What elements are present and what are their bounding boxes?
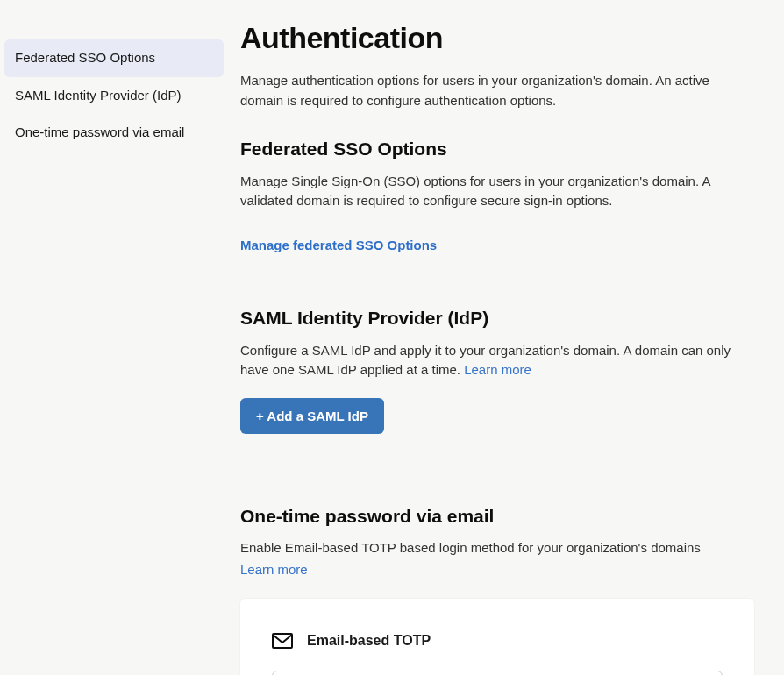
main-content: Authentication Manage authentication opt…: [228, 0, 780, 675]
sidebar-item-otp-email[interactable]: One-time password via email: [4, 114, 224, 152]
section-otp-email: One-time password via email Enable Email…: [240, 502, 754, 676]
section-desc-saml: Configure a SAML IdP and apply it to you…: [240, 341, 754, 380]
sidebar-item-label: Federated SSO Options: [15, 50, 155, 65]
section-saml-idp: SAML Identity Provider (IdP) Configure a…: [240, 304, 754, 434]
section-title-saml: SAML Identity Provider (IdP): [240, 304, 754, 332]
section-desc-sso: Manage Single Sign-On (SSO) options for …: [240, 172, 754, 211]
domain-select[interactable]: No domains found: [272, 671, 723, 675]
add-saml-idp-button[interactable]: + Add a SAML IdP: [240, 398, 384, 434]
section-title-otp: One-time password via email: [240, 502, 754, 530]
manage-sso-link[interactable]: Manage federated SSO Options: [240, 236, 437, 256]
section-desc-otp: Enable Email-based TOTP based login meth…: [240, 538, 754, 558]
otp-learn-more-link[interactable]: Learn more: [240, 562, 308, 577]
sidebar-item-saml-idp[interactable]: SAML Identity Provider (IdP): [4, 77, 224, 115]
page-description: Manage authentication options for users …: [240, 71, 754, 110]
section-federated-sso: Federated SSO Options Manage Single Sign…: [240, 135, 754, 255]
sidebar-item-label: One-time password via email: [15, 124, 184, 139]
sidebar-item-label: SAML Identity Provider (IdP): [15, 88, 182, 103]
totp-card-header: Email-based TOTP: [272, 630, 723, 651]
sidebar: Federated SSO Options SAML Identity Prov…: [0, 0, 228, 675]
svg-rect-0: [273, 634, 292, 648]
mail-icon: [272, 633, 293, 649]
totp-card: Email-based TOTP No domains found ▼: [240, 599, 754, 675]
domain-select-wrap: No domains found ▼: [272, 671, 723, 675]
page-title: Authentication: [240, 16, 754, 60]
saml-learn-more-link[interactable]: Learn more: [464, 362, 531, 377]
sidebar-item-federated-sso[interactable]: Federated SSO Options: [4, 39, 224, 77]
section-title-sso: Federated SSO Options: [240, 135, 754, 163]
totp-card-title: Email-based TOTP: [307, 630, 431, 651]
